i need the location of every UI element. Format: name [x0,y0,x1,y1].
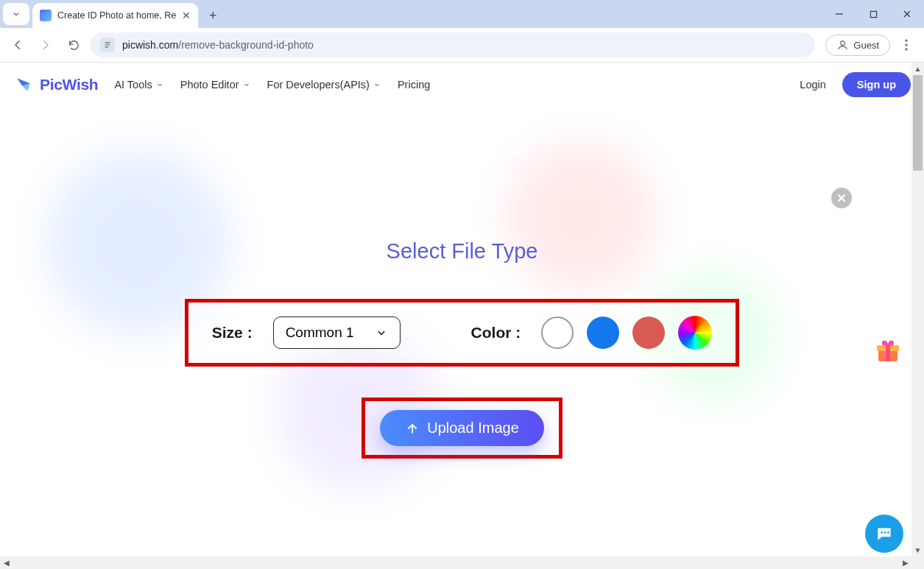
scroll-left-arrow[interactable]: ◀ [0,556,13,569]
size-value: Common 1 [286,325,354,341]
chat-fab[interactable] [865,515,903,553]
site-header: PicWish AI Tools Photo Editor For Develo… [0,63,924,107]
nav-photo-editor[interactable]: Photo Editor [180,79,251,91]
minimize-button[interactable] [822,0,856,28]
vertical-scrollbar[interactable]: ▲ ▼ [911,63,924,556]
url-input[interactable]: picwish.com/remove-background-id-photo [90,32,815,57]
scroll-thumb[interactable] [913,75,923,171]
profile-button[interactable]: Guest [825,35,890,56]
options-row: Size : Common 1 Color : [185,299,739,367]
window-controls [822,0,924,28]
new-tab-button[interactable]: + [202,5,223,26]
chevron-down-icon [373,80,381,89]
person-icon [836,39,849,52]
chat-icon [875,524,894,543]
svg-point-8 [881,531,883,534]
tab-title: Create ID Photo at home, Re [57,10,176,21]
nav-pricing[interactable]: Pricing [398,79,430,91]
svg-point-1 [841,40,845,45]
close-icon [836,193,847,203]
svg-point-10 [887,531,889,534]
scrollbar-corner [911,556,924,569]
address-bar: picwish.com/remove-background-id-photo G… [0,28,924,63]
chevron-down-icon [375,326,388,339]
chevron-down-icon [242,80,251,89]
nav-developers[interactable]: For Developers(APIs) [267,79,381,91]
color-blue[interactable] [587,317,619,349]
browser-tab[interactable]: Create ID Photo at home, Re ✕ [32,3,198,28]
chevron-down-icon [11,9,21,19]
chevron-down-icon [155,80,164,89]
modal-title: Select File Type [387,239,538,264]
color-red[interactable] [632,317,665,349]
scroll-right-arrow[interactable]: ▶ [899,556,911,569]
svg-point-4 [905,48,907,50]
upload-label: Upload Image [427,420,519,437]
color-swatches [541,316,712,350]
horizontal-scrollbar[interactable]: ◀ ▶ [0,556,911,569]
maximize-button[interactable] [856,0,890,28]
back-button[interactable] [6,33,29,57]
close-modal-button[interactable] [831,188,852,208]
svg-rect-0 [870,11,876,17]
browser-menu-button[interactable] [895,33,918,57]
guest-label: Guest [853,40,879,51]
svg-rect-7 [886,345,890,361]
size-label: Size : [212,324,253,342]
svg-point-3 [905,43,907,46]
upload-icon [405,421,420,436]
page-content: PicWish AI Tools Photo Editor For Develo… [0,63,924,569]
scroll-down-arrow[interactable]: ▼ [911,544,924,556]
tab-close-button[interactable]: ✕ [182,10,191,21]
size-dropdown[interactable]: Common 1 [273,317,401,349]
file-type-modal: Select File Type Size : Common 1 Color :… [0,107,924,459]
signup-button[interactable]: Sign up [842,72,911,97]
logo-icon [13,74,34,95]
color-white[interactable] [541,317,574,349]
color-label: Color : [471,324,521,342]
logo-text: PicWish [40,76,98,93]
tab-search-button[interactable] [3,3,29,25]
reload-button[interactable] [62,33,85,57]
svg-point-2 [905,39,907,41]
login-link[interactable]: Login [800,79,825,91]
logo[interactable]: PicWish [13,74,98,95]
forward-button[interactable] [34,33,57,57]
favicon-icon [40,10,52,21]
gift-icon[interactable] [872,335,903,366]
svg-point-9 [884,531,886,534]
upload-section: Upload Image [362,397,562,459]
browser-tab-strip: Create ID Photo at home, Re ✕ + [0,0,924,28]
site-info-icon[interactable] [100,38,115,52]
scroll-up-arrow[interactable]: ▲ [911,63,924,75]
upload-image-button[interactable]: Upload Image [380,410,544,446]
color-picker[interactable] [678,316,712,350]
close-window-button[interactable] [890,0,924,28]
nav-ai-tools[interactable]: AI Tools [114,79,163,91]
url-text: picwish.com/remove-background-id-photo [122,39,314,51]
